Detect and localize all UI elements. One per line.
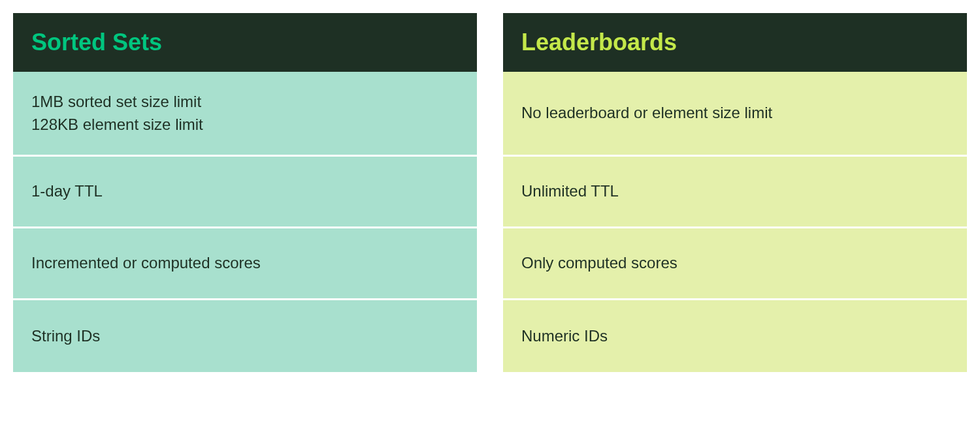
table-row: String IDs — [13, 300, 477, 372]
table-row: Numeric IDs — [503, 300, 967, 372]
table-row: 1MB sorted set size limit 128KB element … — [13, 72, 477, 157]
row-text: 1-day TTL — [31, 180, 103, 203]
table-row: 1-day TTL — [13, 157, 477, 228]
sorted-sets-header: Sorted Sets — [13, 13, 477, 72]
comparison-table: Sorted Sets 1MB sorted set size limit 12… — [13, 13, 967, 372]
row-text: Unlimited TTL — [521, 180, 619, 203]
table-row: Unlimited TTL — [503, 157, 967, 228]
table-row: Only computed scores — [503, 228, 967, 300]
leaderboards-column: Leaderboards No leaderboard or element s… — [503, 13, 967, 372]
row-text: 1MB sorted set size limit 128KB element … — [31, 91, 203, 136]
sorted-sets-title: Sorted Sets — [31, 29, 162, 55]
row-text: Numeric IDs — [521, 325, 608, 348]
row-text: Incremented or computed scores — [31, 252, 261, 275]
table-row: Incremented or computed scores — [13, 228, 477, 300]
row-text: String IDs — [31, 325, 100, 348]
leaderboards-header: Leaderboards — [503, 13, 967, 72]
row-text: No leaderboard or element size limit — [521, 102, 772, 125]
table-row: No leaderboard or element size limit — [503, 72, 967, 157]
sorted-sets-column: Sorted Sets 1MB sorted set size limit 12… — [13, 13, 477, 372]
leaderboards-title: Leaderboards — [521, 29, 677, 55]
row-text: Only computed scores — [521, 252, 678, 275]
